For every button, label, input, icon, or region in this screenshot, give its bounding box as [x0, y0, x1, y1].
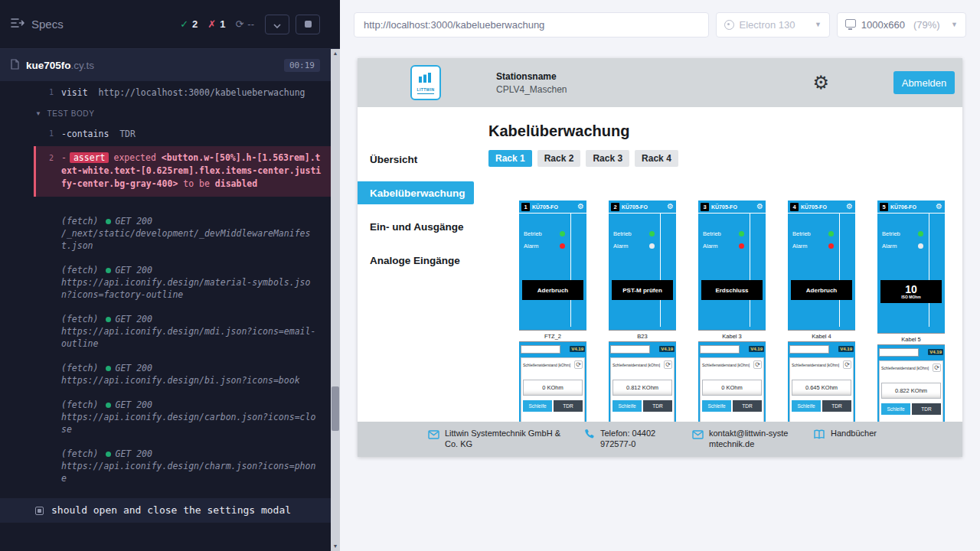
phone-icon [584, 429, 595, 450]
resistance-value: 0.822 KOhm [881, 383, 941, 399]
fetch-log-entry[interactable]: (fetch)GET 200 https://api.iconify.desig… [0, 393, 331, 442]
refresh-icon[interactable]: ⟳ [843, 360, 851, 369]
viewport-zoom: (79%) [913, 19, 940, 31]
card-model: KÜ706-FO [890, 204, 916, 210]
visit-command[interactable]: 1 visit http://localhost:3000/kabelueber… [0, 84, 331, 101]
spec-duration: 00:19 [284, 59, 320, 72]
tdr-button[interactable]: TDR [822, 400, 851, 412]
device-card: 2 KÜ705-FO ⚙ Betrieb Alarm PST-M prüfen … [609, 201, 676, 430]
scrollbar-thumb[interactable] [332, 386, 339, 431]
next-test-title[interactable]: should open and close the settings modal [0, 498, 331, 523]
rack-tab[interactable]: Rack 2 [537, 150, 581, 167]
betrieb-row: Betrieb [882, 230, 923, 237]
specs-list-icon [11, 18, 24, 31]
version-row: V4.19 [877, 347, 945, 357]
card-number: 3 [701, 203, 709, 211]
version-field [610, 345, 650, 354]
gear-icon[interactable]: ⚙ [936, 203, 942, 210]
viewport-icon [845, 19, 856, 28]
settings-gear-icon[interactable]: ⚙ [812, 73, 829, 92]
sidebar-item[interactable]: Analoge Eingänge [358, 243, 476, 277]
page-title: Kabelüberwachung [488, 122, 962, 140]
status-dot-icon [106, 219, 111, 224]
status-dot-icon [106, 452, 111, 457]
schleife-button[interactable]: Schleife [523, 400, 552, 412]
command-message: TDR [119, 129, 136, 139]
browser-select[interactable]: Electron 130 ▼ [716, 12, 830, 37]
rack-tab[interactable]: Rack 3 [586, 150, 629, 167]
assert-message: -assertexpected <button.w-[50%].h-[1.563… [61, 152, 322, 191]
sidebar-item[interactable]: Ein- und Ausgänge [358, 210, 476, 243]
gear-icon[interactable]: ⚙ [667, 203, 674, 210]
resistance-label: Schleifenwiderstand [kOhm] [702, 363, 750, 367]
fetch-log-entry[interactable]: (fetch)GET 200 https://api.iconify.desig… [0, 442, 331, 491]
tdr-button[interactable]: TDR [554, 400, 583, 412]
test-icon [35, 507, 44, 515]
fetch-log-entry[interactable]: (fetch)GET 200 https://api.iconify.desig… [0, 356, 331, 393]
logo-text: LITTWIN [416, 87, 434, 92]
viewport-select[interactable]: 1000x660 (79%) ▼ [837, 12, 966, 37]
schleife-button[interactable]: Schleife [881, 403, 910, 415]
test-body-section[interactable]: ▼ TEST BODY [0, 101, 331, 126]
status-unit: ISO MOhm [881, 295, 941, 299]
alarm-row: Alarm [703, 243, 744, 249]
fetch-log-entry[interactable]: (fetch)GET 200 https://api.iconify.desig… [0, 307, 331, 356]
sidebar-nav: ÜbersichtKabelüberwachungEin- und Ausgän… [358, 107, 476, 457]
collapse-button[interactable] [265, 15, 289, 34]
footer-manuals[interactable]: Handbücher [813, 429, 877, 442]
schleife-button[interactable]: Schleife [612, 400, 642, 412]
status-dot-icon [106, 317, 111, 322]
footer-company: Littwin Systemtechnik GmbH & Co. KG [428, 429, 566, 450]
command-name: -contains [61, 129, 109, 139]
sidebar-item[interactable]: Übersicht [358, 142, 476, 176]
schleife-button[interactable]: Schleife [702, 400, 731, 412]
contains-command[interactable]: 1 -contains TDR [0, 126, 331, 142]
device-card: 5 KÜ706-FO ⚙ Betrieb Alarm 10 ISO MOhm K… [877, 201, 945, 430]
reporter-scrollbar[interactable]: ▲ ▼ [331, 49, 340, 551]
fetch-log-entry[interactable]: (fetch)GET 200 /_next/static/development… [0, 209, 331, 258]
logout-button[interactable]: Abmelden [893, 71, 955, 94]
fetch-url: https://api.iconify.design/material-symb… [61, 277, 310, 300]
runner-panel: http://localhost:3000/kabelueberwachung … [340, 0, 980, 551]
spec-name: kue705fo [26, 60, 71, 71]
gear-icon[interactable]: ⚙ [577, 203, 584, 210]
card-divider [750, 214, 750, 327]
fetch-status: 200 [136, 399, 152, 410]
url-bar[interactable]: http://localhost:3000/kabelueberwachung [354, 12, 709, 37]
gear-icon[interactable]: ⚙ [846, 203, 853, 210]
rack-tab[interactable]: Rack 1 [488, 150, 532, 167]
assert-badge: assert [70, 152, 109, 163]
fetch-log-entry[interactable]: (fetch)GET 200 https://api.iconify.desig… [0, 258, 331, 307]
schleife-button[interactable]: Schleife [792, 400, 821, 412]
fetch-url: https://api.iconify.design/bi.json?icons… [61, 375, 300, 386]
gear-icon[interactable]: ⚙ [756, 203, 763, 210]
card-number: 1 [521, 203, 530, 211]
version-row: V4.19 [519, 344, 586, 354]
littwin-logo: LITTWIN [410, 65, 441, 100]
tdr-button[interactable]: TDR [733, 400, 762, 412]
refresh-icon[interactable]: ⟳ [933, 364, 941, 372]
card-header: 5 KÜ706-FO ⚙ [877, 201, 945, 214]
alarm-row: Alarm [524, 243, 565, 249]
failed-assert-command[interactable]: 2 -assertexpected <button.w-[50%].h-[1.5… [34, 146, 331, 197]
refresh-icon[interactable]: ⟳ [664, 360, 672, 369]
tdr-button[interactable]: TDR [912, 403, 941, 415]
scroll-up-arrow-icon[interactable]: ▲ [331, 49, 340, 58]
spec-header[interactable]: kue705fo.cy.ts 00:19 [0, 49, 331, 81]
device-card: 3 KÜ705-FO ⚙ Betrieb Alarm Erdschluss Ka… [698, 201, 766, 430]
sidebar-item[interactable]: Kabelüberwachung [358, 181, 474, 204]
tdr-button[interactable]: TDR [643, 400, 672, 412]
specs-button[interactable]: Specs [11, 18, 64, 31]
version-field [879, 348, 919, 357]
scroll-down-arrow-icon[interactable]: ▼ [331, 542, 340, 551]
refresh-icon[interactable]: ⟳ [574, 360, 583, 369]
card-divider [929, 214, 929, 327]
fetch-status: 200 [136, 448, 152, 459]
rack-tab[interactable]: Rack 4 [635, 150, 678, 167]
alarm-led [918, 243, 923, 249]
refresh-icon[interactable]: ⟳ [753, 360, 762, 369]
betrieb-row: Betrieb [792, 230, 834, 237]
cable-label: B23 [609, 330, 676, 342]
status-box: Erdschluss [701, 280, 763, 300]
stop-button[interactable] [296, 15, 320, 34]
